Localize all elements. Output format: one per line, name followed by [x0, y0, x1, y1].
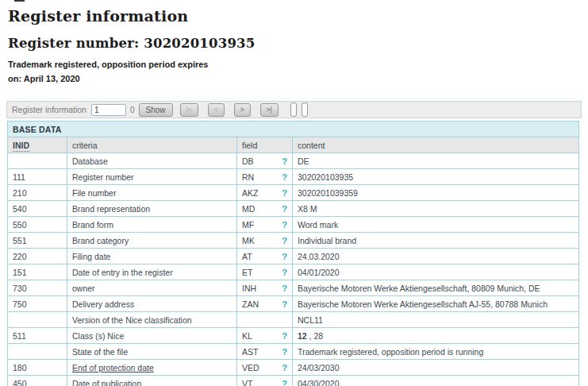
help-icon[interactable]: ? — [282, 172, 287, 182]
table-row: 551Brand categoryMK?Individual brand — [8, 233, 579, 249]
criteria-link[interactable]: End of protection date — [72, 363, 154, 372]
criteria-cell: owner — [67, 280, 237, 296]
table-row: 511Class (s) NiceKL?12 , 28 — [8, 328, 579, 344]
content-value: Bayerische Motoren Werke Aktiengesellsch… — [293, 280, 579, 296]
field-cell: INH? — [237, 280, 293, 296]
inid-value: 210 — [8, 185, 67, 201]
field-wrap: KL? — [242, 331, 287, 341]
field-code: VED — [242, 363, 259, 372]
section-title: BASE DATA — [8, 122, 579, 137]
field-cell: DB? — [237, 153, 293, 169]
help-icon[interactable]: ? — [282, 347, 287, 357]
help-icon[interactable]: ? — [282, 156, 287, 166]
prev-page-button[interactable]: < — [208, 103, 225, 117]
column-header-content: content — [293, 137, 579, 153]
page-title: Register information — [8, 7, 588, 25]
show-button[interactable]: Show — [139, 103, 173, 117]
toolbar-label: Register information — [12, 105, 86, 114]
field-wrap: AT? — [242, 252, 287, 261]
content-value: Individual brand — [293, 233, 579, 249]
inid-value: 540 — [8, 201, 67, 217]
help-icon[interactable]: ? — [282, 363, 287, 372]
content-text: Bayerische Motoren Werke Aktiengesellsch… — [298, 284, 540, 293]
field-wrap: MD? — [242, 204, 287, 214]
field-wrap: ZAN? — [242, 299, 287, 309]
inid-value: 151 — [8, 264, 67, 280]
inid-value: 180 — [8, 360, 67, 376]
criteria-cell: End of protection date — [67, 360, 237, 376]
status-note: Trademark registered, opposition period … — [8, 58, 213, 86]
criteria-cell: Version of the Nice classification — [67, 312, 237, 328]
record-count: 0 — [130, 106, 135, 114]
content-text: Word mark — [298, 220, 338, 230]
field-code: ET — [242, 268, 252, 277]
content-text: X8 M — [298, 204, 317, 214]
table-row: 730ownerINH?Bayerische Motoren Werke Akt… — [8, 280, 579, 296]
content-value: NCL11 — [293, 312, 579, 328]
table-row: 450Date of publicationVT?04/30/2020 — [8, 376, 579, 386]
field-wrap: DB? — [242, 156, 287, 166]
field-cell: ET? — [237, 264, 293, 280]
field-code: AST — [242, 347, 258, 357]
field-wrap: RN? — [242, 172, 287, 182]
table-row: DatabaseDB?DE — [8, 153, 579, 169]
column-header-inid: INID — [8, 137, 67, 153]
help-icon[interactable]: ? — [282, 252, 287, 261]
criteria-cell: Class (s) Nice — [67, 328, 237, 344]
content-text: 302020103935 — [298, 172, 353, 182]
table-row: 111Register numberRN?302020103935 — [8, 169, 579, 185]
help-icon[interactable]: ? — [282, 220, 287, 230]
section-header-row: BASE DATA — [8, 122, 579, 137]
field-code: MD — [242, 204, 255, 214]
criteria-cell: Filing date — [67, 249, 237, 264]
table-row: 210File numberAKZ?3020201039359 — [8, 185, 579, 201]
blank-button-icon[interactable] — [302, 102, 308, 117]
record-number-input[interactable] — [91, 104, 126, 116]
field-cell: MK? — [237, 233, 293, 249]
criteria-cell: Date of entry in the register — [67, 264, 237, 280]
content-value: 24.03.2020 — [293, 249, 579, 264]
content-value: 3020201039359 — [293, 185, 579, 201]
content-text: DE — [298, 156, 309, 166]
first-page-button[interactable]: |< — [180, 103, 198, 117]
help-icon[interactable]: ? — [282, 268, 287, 277]
content-value: 302020103935 — [293, 169, 579, 185]
inid-value: 730 — [8, 280, 67, 296]
field-code: INH — [242, 284, 256, 293]
criteria-cell: State of the file — [67, 344, 237, 360]
content-text: 04/30/2020 — [298, 379, 340, 386]
content-text: NCL11 — [298, 315, 323, 325]
inid-value: 450 — [8, 376, 67, 386]
field-code: ZAN — [242, 299, 259, 309]
register-information-page: Register information Register number: 30… — [0, 7, 588, 386]
content-text: Individual brand — [298, 236, 356, 245]
field-cell — [237, 312, 293, 328]
criteria-cell: Brand category — [67, 233, 237, 249]
table-header-row: INID criteria field content — [8, 137, 579, 153]
help-icon[interactable]: ? — [282, 188, 287, 198]
register-number-heading: Register number: 302020103935 — [8, 36, 588, 51]
content-text: 04/01/2020 — [298, 268, 340, 277]
content-text: 24.03.2020 — [298, 252, 340, 261]
help-icon[interactable]: ? — [282, 379, 287, 386]
last-page-button[interactable]: >| — [260, 103, 279, 117]
content-text: Trademark registered, opposition period … — [298, 347, 483, 357]
help-icon[interactable]: ? — [282, 204, 287, 214]
help-icon[interactable]: ? — [282, 284, 287, 293]
table-row: 750Delivery addressZAN?Bayerische Motore… — [8, 296, 579, 312]
table-row: 540Brand representationMD?X8 M — [8, 201, 579, 217]
field-code: MF — [242, 220, 254, 230]
field-cell: MD? — [237, 201, 293, 217]
help-icon[interactable]: ? — [282, 331, 287, 341]
help-icon[interactable]: ? — [282, 236, 287, 245]
inid-value: 750 — [8, 296, 67, 312]
field-wrap: VED? — [242, 363, 287, 372]
blank-button-icon[interactable] — [290, 102, 297, 117]
field-wrap: MF? — [242, 220, 287, 230]
field-cell: AT? — [237, 249, 293, 264]
next-page-button[interactable]: > — [234, 103, 251, 117]
help-icon[interactable]: ? — [282, 299, 287, 309]
inid-value — [8, 344, 67, 360]
field-cell: MF? — [237, 217, 293, 233]
column-header-criteria: criteria — [67, 137, 237, 153]
